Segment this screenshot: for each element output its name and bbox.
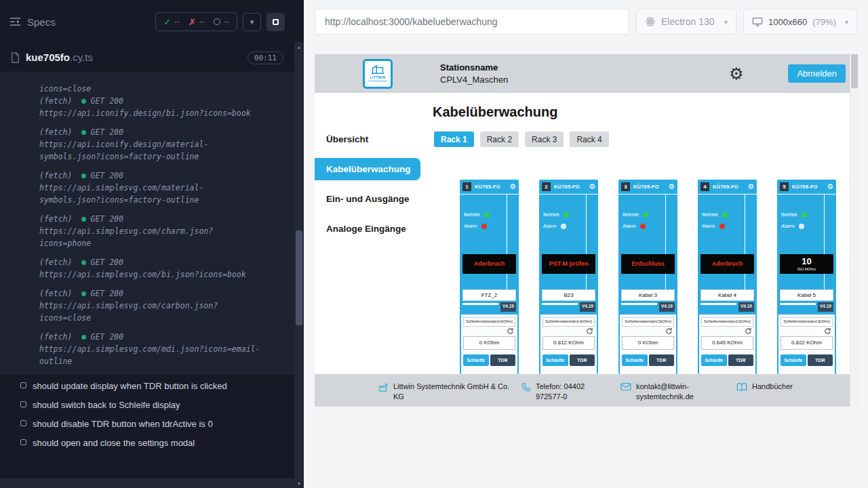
browser-name: Electron 130: [661, 16, 715, 27]
device-gear-icon[interactable]: ⚙: [668, 183, 675, 190]
log-url: https://api.simplesvg.com/charm.json? ic…: [39, 225, 285, 249]
test-item[interactable]: should switch back to Schleife display: [20, 399, 285, 411]
measurement-panel: Schleifenwiderstand [kOhm] 0 KOhm Schlei…: [461, 314, 517, 374]
log-prefix: (fetch): [39, 287, 72, 300]
card-divider: [586, 195, 587, 289]
device-model: KÜ706-FO: [792, 184, 818, 190]
device-gear-icon[interactable]: ⚙: [589, 183, 595, 190]
alert-text: PST-M prüfen: [549, 261, 589, 268]
resistance-label: Schleifenwiderstand [kOhm]: [542, 317, 595, 327]
browser-stage: Electron 130 ▾ 1000x660 (79%) ▾ LITTWIN …: [304, 0, 868, 488]
device-gear-icon[interactable]: ⚙: [827, 183, 833, 190]
tdr-button[interactable]: TDR: [728, 354, 754, 366]
scrollbar-thumb[interactable]: [296, 230, 302, 325]
betrieb-label: Betrieb: [464, 211, 480, 218]
card-divider: [745, 195, 745, 289]
refresh-icon[interactable]: [507, 327, 514, 335]
tdr-button[interactable]: TDR: [490, 354, 516, 366]
schleife-button[interactable]: Schleife: [542, 354, 568, 366]
chevron-down-icon: ▾: [845, 18, 848, 26]
viewport-selector[interactable]: 1000x660 (79%) ▾: [743, 9, 857, 35]
measurement-panel: Schleifenwiderstand [kOhm] 0 KOhm Schlei…: [620, 314, 676, 374]
tab-rack-4[interactable]: Rack 4: [570, 131, 608, 147]
log-entry[interactable]: (fetch)GET 200 https://api.iconify.desig…: [39, 126, 285, 163]
log-entry[interactable]: icons=close: [39, 83, 285, 95]
phone-number[interactable]: Telefon: 04402 972577-0: [536, 382, 614, 402]
test-item[interactable]: should open and close the settings modal: [20, 437, 285, 449]
tdr-button[interactable]: TDR: [649, 354, 675, 366]
test-item[interactable]: should update display when TDR button is…: [20, 380, 285, 392]
stop-button[interactable]: [267, 13, 285, 31]
card-divider: [780, 303, 816, 305]
file-icon: [11, 52, 20, 63]
log-prefix: (fetch): [39, 95, 72, 107]
sidebar-item-kabelueberwachung[interactable]: Kabelüberwachung: [315, 158, 420, 180]
sidebar-item-analoge-eingaenge[interactable]: Analoge Eingänge: [315, 218, 420, 240]
scrollbar-thumb[interactable]: [851, 54, 858, 88]
log-entry[interactable]: (fetch)GET 200 https://api.iconify.desig…: [39, 95, 285, 119]
command-log: icons=close (fetch)GET 200 https://api.i…: [0, 72, 294, 375]
schleife-button[interactable]: Schleife: [781, 354, 806, 366]
alarm-led: [799, 224, 804, 229]
log-badge: GET 200: [90, 126, 123, 138]
x-icon: ✗: [189, 18, 196, 26]
scroll-up-icon[interactable]: ▴: [294, 42, 304, 52]
log-entry[interactable]: (fetch)GET 200 https://api.simplesvg.com…: [39, 331, 285, 367]
tdr-button[interactable]: TDR: [808, 354, 833, 366]
schleife-button[interactable]: Schleife: [622, 354, 648, 366]
test-state-icon: [20, 439, 26, 445]
tab-rack-1[interactable]: Rack 1: [434, 131, 474, 147]
specs-toggle-button[interactable]: Specs: [9, 16, 56, 28]
scroll-down-icon[interactable]: ▾: [294, 479, 304, 488]
url-input[interactable]: [325, 16, 619, 27]
sidebar-item-ein-und-ausgaenge[interactable]: Ein- und Ausgänge: [315, 188, 420, 210]
email-address[interactable]: kontakt@littwin-systemtechnik.de: [636, 382, 712, 402]
app-vertical-scrollbar[interactable]: [850, 54, 859, 407]
alarm-label: Alarm: [702, 223, 715, 229]
tab-rack-3[interactable]: Rack 3: [525, 131, 564, 147]
device-gear-icon[interactable]: ⚙: [509, 183, 516, 190]
refresh-icon[interactable]: [824, 327, 831, 335]
tdr-button[interactable]: TDR: [570, 354, 595, 366]
company-name: Littwin Systemtechnik GmbH & Co. KG: [393, 382, 514, 402]
sidebar-item-uebersicht[interactable]: Übersicht: [315, 128, 420, 150]
log-prefix: (fetch): [39, 126, 72, 138]
schleife-button[interactable]: Schleife: [701, 354, 727, 366]
test-item[interactable]: should disable TDR button when tdrActive…: [20, 418, 285, 430]
device-cards: 1KÜ705-FO⚙ Betrieb Alarm Aderbruch FTZ_2…: [460, 180, 850, 374]
log-entry[interactable]: (fetch)GET 200 https://api.simplesvg.com…: [39, 169, 285, 206]
firmware-version-badge: V4.19: [580, 302, 595, 312]
stat-pending: --: [214, 17, 229, 26]
schleife-button[interactable]: Schleife: [463, 354, 489, 366]
url-bar[interactable]: [315, 9, 629, 35]
spec-file-row[interactable]: kue705fo.cy.ts 00:11: [0, 43, 294, 72]
device-card: 2KÜ705-FO⚙ Betrieb Alarm PST-M prüfen B2…: [539, 180, 598, 374]
tab-rack-2[interactable]: Rack 2: [480, 131, 519, 147]
log-entry[interactable]: (fetch)GET 200 https://api.simplesvg.com…: [39, 287, 285, 324]
log-badge: GET 200: [90, 95, 123, 107]
logout-button[interactable]: Abmelden: [788, 64, 846, 83]
settings-gear-icon[interactable]: ⚙: [729, 66, 744, 82]
card-divider: [462, 303, 498, 305]
browser-selector[interactable]: Electron 130 ▾: [636, 9, 736, 35]
logo-subtext: SYSTEMTECHNIK: [368, 80, 387, 83]
refresh-icon[interactable]: [745, 327, 752, 335]
log-prefix: (fetch): [39, 256, 72, 268]
runner-vertical-scrollbar[interactable]: ▴ ▾: [294, 42, 304, 488]
collapse-button[interactable]: ▾: [243, 13, 261, 31]
page-title: Kabelüberwachung: [433, 104, 557, 120]
refresh-icon[interactable]: [586, 327, 593, 335]
monitor-icon: [752, 17, 763, 26]
runner-horizontal-scrollbar[interactable]: [0, 479, 294, 488]
refresh-icon[interactable]: [665, 327, 673, 335]
measurement-panel: Schleifenwiderstand [kOhm] 0.645 KOhm Sc…: [699, 314, 755, 374]
manuals-link[interactable]: Handbücher: [752, 382, 793, 392]
log-entry[interactable]: (fetch)GET 200 https://api.simplesvg.com…: [39, 256, 285, 281]
device-number-badge: 3: [621, 182, 630, 191]
log-url: https://api.iconify.design/material- sym…: [39, 138, 285, 163]
browser-toolbar: Electron 130 ▾ 1000x660 (79%) ▾: [315, 9, 857, 35]
device-gear-icon[interactable]: ⚙: [747, 183, 754, 190]
device-card: 1KÜ705-FO⚙ Betrieb Alarm Aderbruch FTZ_2…: [460, 180, 519, 374]
viewport-size: 1000x660: [768, 17, 807, 27]
log-entry[interactable]: (fetch)GET 200 https://api.simplesvg.com…: [39, 213, 285, 249]
